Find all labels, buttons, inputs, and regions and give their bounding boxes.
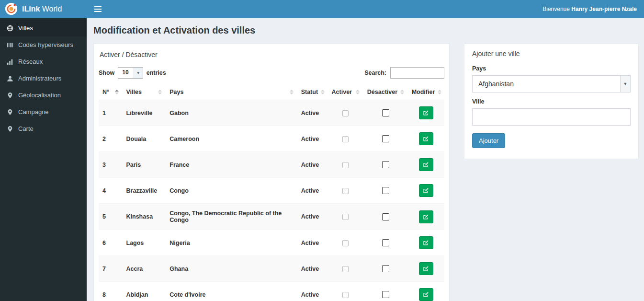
- edit-pencil-icon: [423, 214, 429, 220]
- activer-checkbox[interactable]: [342, 292, 349, 298]
- sidebar-item-campagne[interactable]: Campagne: [0, 104, 87, 120]
- desactiver-checkbox[interactable]: [382, 135, 389, 142]
- sidebar-toggle-icon[interactable]: [87, 0, 109, 18]
- row-pays: Ghana: [166, 256, 297, 282]
- row-statut: Active: [297, 256, 328, 282]
- map-marker-icon: [7, 109, 13, 116]
- modifier-button[interactable]: [419, 106, 433, 119]
- ville-input[interactable]: [472, 108, 631, 126]
- pays-selected-value: Afghanistan: [478, 80, 514, 88]
- activer-checkbox[interactable]: [342, 188, 349, 194]
- map-marker-icon: [7, 126, 13, 132]
- sidebar-menu: Villes Codes hyperviseurs Réseaux: [0, 20, 87, 137]
- modifier-button[interactable]: [419, 288, 433, 301]
- search-input[interactable]: [390, 67, 444, 79]
- activer-checkbox[interactable]: [342, 136, 349, 142]
- column-header-num[interactable]: N°: [99, 84, 123, 100]
- row-pays: Congo, The Democratic Republic of the Co…: [166, 204, 297, 230]
- chevron-down-icon: ▼: [134, 68, 143, 78]
- table-row: 7 Accra Ghana Active: [99, 256, 444, 282]
- user-icon: [7, 75, 13, 82]
- row-ville: Libreville: [123, 100, 166, 126]
- row-pays: Nigeria: [166, 230, 297, 256]
- sidebar-item-reseaux[interactable]: Réseaux: [0, 53, 87, 70]
- table-body: 1 Libreville Gabon Active 2 Douala Camer…: [99, 100, 444, 301]
- activer-checkbox[interactable]: [342, 240, 349, 246]
- sidebar-item-carte[interactable]: Carte: [0, 120, 87, 137]
- column-header-activer[interactable]: Activer: [328, 84, 363, 100]
- modifier-button[interactable]: [419, 236, 433, 249]
- row-ville: Accra: [123, 256, 166, 282]
- table-row: 1 Libreville Gabon Active: [99, 100, 444, 126]
- column-header-pays[interactable]: Pays: [166, 84, 297, 100]
- row-pays: France: [166, 152, 297, 178]
- barcode-icon: [7, 42, 13, 48]
- sidebar: iLink World Villes Codes hyperviseurs: [0, 0, 87, 301]
- sidebar-item-label: Villes: [18, 24, 33, 32]
- modifier-button[interactable]: [419, 262, 433, 275]
- modifier-button[interactable]: [419, 132, 433, 145]
- sidebar-item-geolocalisation[interactable]: Géolocalisation: [0, 87, 87, 104]
- sort-icon: [290, 90, 294, 94]
- column-header-modifier[interactable]: Modifier: [408, 84, 444, 100]
- ajouter-button[interactable]: Ajouter: [472, 133, 505, 148]
- activer-checkbox[interactable]: [342, 162, 349, 168]
- sidebar-item-administrateurs[interactable]: Administrateurs: [0, 70, 87, 87]
- desactiver-checkbox[interactable]: [382, 239, 389, 246]
- ville-label: Ville: [472, 98, 631, 105]
- desactiver-checkbox[interactable]: [382, 187, 389, 194]
- row-statut: Active: [297, 230, 328, 256]
- sidebar-item-label: Carte: [18, 125, 34, 132]
- modifier-button[interactable]: [419, 210, 433, 223]
- table-row: 4 Brazzaville Congo Active: [99, 178, 444, 204]
- edit-pencil-icon: [423, 291, 429, 298]
- page-length-select[interactable]: 10 ▼: [118, 67, 143, 79]
- activer-checkbox[interactable]: [342, 214, 349, 220]
- row-ville: Paris: [123, 152, 166, 178]
- activer-checkbox[interactable]: [342, 266, 349, 272]
- cities-table-panel: Activer / Désactiver Show 10 ▼ entries S…: [93, 44, 450, 301]
- row-statut: Active: [297, 100, 328, 126]
- activer-checkbox[interactable]: [342, 110, 349, 116]
- desactiver-checkbox[interactable]: [382, 213, 389, 220]
- row-number: 6: [99, 230, 123, 256]
- table-row: 2 Douala Cameroon Active: [99, 126, 444, 152]
- row-statut: Active: [297, 152, 328, 178]
- row-pays: Cote d'Ivoire: [166, 282, 297, 301]
- sort-icon: [321, 90, 325, 94]
- sort-icon: [356, 90, 360, 94]
- sidebar-item-label: Réseaux: [18, 58, 43, 65]
- table-row: 6 Lagos Nigeria Active: [99, 230, 444, 256]
- row-statut: Active: [297, 204, 328, 230]
- sidebar-item-label: Géolocalisation: [18, 92, 61, 99]
- sidebar-item-villes[interactable]: Villes: [0, 20, 87, 36]
- sidebar-item-codes-hyperviseurs[interactable]: Codes hyperviseurs: [0, 36, 87, 53]
- pays-select[interactable]: Afghanistan ▼: [472, 75, 631, 93]
- row-ville: Douala: [123, 126, 166, 152]
- column-header-villes[interactable]: Villes: [123, 84, 166, 100]
- edit-pencil-icon: [423, 266, 429, 272]
- column-header-desactiver[interactable]: Désactiver: [363, 84, 408, 100]
- column-header-statut[interactable]: Statut: [297, 84, 328, 100]
- globe-icon: [7, 25, 13, 32]
- top-navbar: Bienvenue Hanry Jean-pierre Nzale: [87, 0, 644, 18]
- modifier-button[interactable]: [419, 184, 433, 197]
- desactiver-checkbox[interactable]: [382, 161, 389, 168]
- sort-icon: [400, 90, 404, 94]
- desactiver-checkbox[interactable]: [382, 265, 389, 272]
- modifier-button[interactable]: [419, 158, 433, 171]
- map-marker-icon: [7, 92, 13, 99]
- row-number: 3: [99, 152, 123, 178]
- row-ville: Brazzaville: [123, 178, 166, 204]
- app-logo-area[interactable]: iLink World: [0, 0, 87, 18]
- row-number: 1: [99, 100, 123, 126]
- table-header-row: N° Villes Pays Statut: [99, 84, 444, 100]
- table-row: 8 Abidjan Cote d'Ivoire Active: [99, 282, 444, 301]
- sort-icon: [438, 90, 441, 94]
- edit-pencil-icon: [423, 110, 429, 116]
- app-logo: [5, 2, 18, 15]
- desactiver-checkbox[interactable]: [382, 109, 389, 116]
- desactiver-checkbox[interactable]: [382, 291, 389, 298]
- edit-pencil-icon: [423, 240, 429, 246]
- row-ville: Kinshasa: [123, 204, 166, 230]
